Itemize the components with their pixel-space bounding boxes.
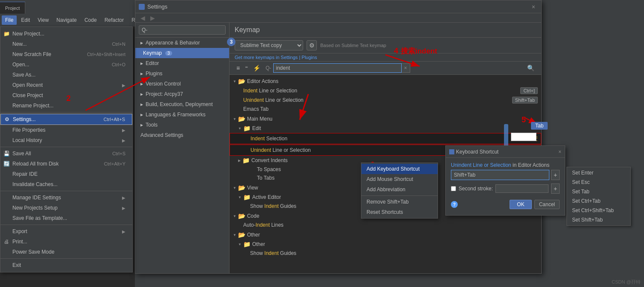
keyboard-shortcut-dialog: Keyboard Shortcut × Unindent Line or Sel… (445, 145, 565, 216)
align-center-button[interactable]: ⁼ (243, 64, 250, 72)
menu-new[interactable]: New... Ctrl+N (0, 39, 132, 49)
set-ctrl-tab[interactable]: Set Ctrl+Tab (567, 196, 630, 206)
filter-button[interactable]: ⚡ (251, 64, 262, 72)
menu-save-all[interactable]: 💾 Save All Ctrl+S (0, 148, 132, 159)
ctx-remove-shift-tab[interactable]: Remove Shift+Tab (361, 197, 438, 207)
menu-power-save[interactable]: Power Save Mode (0, 247, 132, 257)
menu-invalidate-caches[interactable]: Invalidate Caches... (0, 179, 132, 189)
sidebar-project[interactable]: ▶ Project: Arcpy37 (135, 89, 229, 99)
menu-save-template[interactable]: Save File as Template... (0, 213, 132, 223)
editor-actions-header[interactable]: ▼ 📂 Editor Actions (230, 77, 541, 86)
sidebar-version-control[interactable]: ▶ Version Control (135, 79, 229, 89)
set-ctrl-shift-tab[interactable]: Set Ctrl+Shift+Tab (567, 206, 630, 215)
ks-help-button[interactable]: ? (451, 201, 458, 208)
menu-export[interactable]: Export ▶ (0, 226, 132, 237)
settings-dialog: Settings × ◀ ▶ ▶ Appearance & Behavior K… (135, 0, 542, 274)
ks-action-name: Unindent Line or Selection (451, 162, 511, 168)
sidebar-languages[interactable]: ▶ Languages & Frameworks (135, 109, 229, 120)
ks-close-button[interactable]: × (558, 149, 561, 155)
align-left-button[interactable]: ≡ (235, 64, 242, 72)
dialog-titlebar: Settings × (135, 0, 541, 13)
set-tab[interactable]: Set Tab (567, 187, 630, 196)
menu-new-projects-setup[interactable]: New Projects Setup ▶ (0, 203, 132, 213)
menu-repair-ide[interactable]: Repair IDE (0, 169, 132, 179)
menu-edit[interactable]: Edit (18, 15, 33, 25)
emacs-tab-row[interactable]: Emacs Tab (230, 105, 541, 113)
set-esc[interactable]: Set Esc (567, 178, 630, 187)
menu-local-history[interactable]: Local History ▶ (0, 135, 132, 145)
main-menu-header[interactable]: ▼ 📂 Main Menu (230, 114, 541, 124)
other-sub-header[interactable]: ▼ 📁 Other (230, 240, 541, 249)
nav-forward-button[interactable]: ▶ (149, 14, 157, 22)
local-history-arrow: ▶ (122, 138, 125, 143)
other-section-header[interactable]: ▼ 📂 Other (230, 230, 541, 240)
menu-view[interactable]: View (34, 15, 52, 25)
ks-add-stroke-button[interactable]: + (551, 170, 560, 180)
menu-navigate[interactable]: Navigate (53, 15, 80, 25)
other-folder-icon: 📂 (238, 231, 245, 238)
menu-save-as[interactable]: Save As... (0, 70, 132, 80)
ks-second-add-button[interactable]: + (551, 183, 560, 194)
keymap-search-bar: Q- × (264, 63, 524, 73)
show-indent-guides-other-row[interactable]: Show Indent Guides (230, 249, 541, 257)
search-prefix-icon: Q- (264, 65, 273, 71)
ctx-separator (361, 195, 438, 196)
ctx-reset-shortcuts[interactable]: Reset Shortcuts (361, 207, 438, 217)
edit-subsection-header[interactable]: ▼ 📁 Edit (230, 124, 541, 133)
ctx-add-abbreviation[interactable]: Add Abbreviation (361, 184, 438, 195)
indent-selection-row[interactable]: Indent Selection 缩进 (230, 133, 541, 144)
menu-code[interactable]: Code (81, 15, 100, 25)
menu-new-scratch[interactable]: New Scratch File Ctrl+Alt+Shift+Insert (0, 49, 132, 59)
unindent-line-row[interactable]: Unindent Line or Selection Shift+Tab (230, 95, 541, 105)
tab-project[interactable]: Project (0, 2, 25, 14)
menu-manage-ide[interactable]: Manage IDE Settings ▶ (0, 192, 132, 203)
indent-highlight-5: Indent (264, 250, 278, 256)
sidebar-build[interactable]: ▶ Build, Execution, Deployment (135, 99, 229, 109)
get-keymaps-link[interactable]: Get more keymaps in Settings | Plugins (235, 55, 317, 60)
separator-1 (0, 112, 132, 112)
menu-settings[interactable]: ⚙ Settings... Ctrl+Alt+S (0, 114, 132, 125)
menu-file[interactable]: File (2, 15, 17, 25)
ks-second-stroke-input[interactable] (495, 184, 549, 193)
menu-exit[interactable]: Exit (0, 260, 132, 270)
search-settings-button[interactable]: 🔍 (525, 64, 536, 72)
indent-highlight-3: Indent (264, 203, 278, 209)
set-shift-tab[interactable]: Set Shift+Tab (567, 215, 630, 225)
clear-search-button[interactable]: × (402, 63, 410, 73)
menu-print[interactable]: 🖨 Print... (0, 237, 132, 247)
sidebar-keymap[interactable]: Keymap 3 (135, 48, 229, 58)
keymap-gear-button[interactable]: ⚙ (307, 40, 317, 50)
ctx-add-mouse[interactable]: Add Mouse Shortcut (361, 174, 438, 184)
dialog-close-button[interactable]: × (529, 3, 538, 11)
shortcut-input-box-5[interactable] (511, 133, 537, 141)
ctx-add-keyboard[interactable]: Add Keyboard Shortcut (361, 164, 438, 174)
indent-line-row[interactable]: Indent Line or Selection Ctrl+] (230, 86, 541, 95)
ks-title-text: Keyboard Shortcut (456, 149, 498, 155)
auto-indent-lines-row[interactable]: Auto-Indent Lines (230, 221, 541, 229)
ks-shortcut-input[interactable] (451, 170, 549, 180)
open-recent-arrow: ▶ (122, 83, 125, 88)
nav-back-button[interactable]: ◀ (139, 14, 147, 22)
keymap-select[interactable]: Sublime Text copy (235, 40, 303, 50)
annotation-4-group: 4 搜索indent (394, 46, 437, 56)
menu-refactor[interactable]: Refactor (101, 15, 127, 25)
menu-file-properties[interactable]: File Properties ▶ (0, 125, 132, 135)
menu-open-recent[interactable]: Open Recent ▶ (0, 80, 132, 90)
sidebar-advanced[interactable]: Advanced Settings (135, 130, 229, 140)
menu-new-project[interactable]: 📁 New Project... (0, 29, 132, 39)
ks-second-stroke-checkbox[interactable] (451, 186, 456, 191)
menu-reload[interactable]: 🔄 Reload All from Disk Ctrl+Alt+Y (0, 159, 132, 169)
sidebar-appearance-behavior[interactable]: ▶ Appearance & Behavior (135, 38, 229, 48)
sidebar-editor[interactable]: ▶ Editor (135, 58, 229, 68)
unindent-highlight-1: Unindent (243, 97, 264, 103)
set-enter[interactable]: Set Enter (567, 168, 630, 178)
keymap-header: Keymap (230, 23, 541, 38)
ks-ok-button[interactable]: OK (510, 200, 531, 209)
sidebar-tools[interactable]: ▶ Tools (135, 120, 229, 130)
ks-cancel-button[interactable]: Cancel (534, 200, 560, 209)
keymap-search-input[interactable] (273, 63, 402, 73)
view-folder-icon: 📂 (238, 184, 245, 191)
sidebar-plugins[interactable]: ▶ Plugins (135, 68, 229, 79)
menu-open[interactable]: Open... Ctrl+O (0, 59, 132, 70)
sidebar-search-input[interactable] (139, 25, 226, 35)
